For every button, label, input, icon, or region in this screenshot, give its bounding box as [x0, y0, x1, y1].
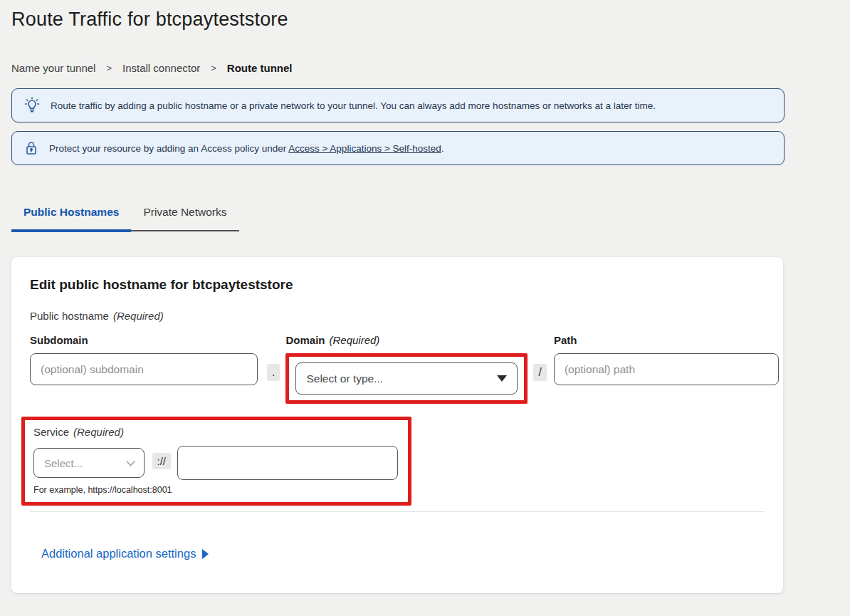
service-url-input[interactable]: [177, 446, 398, 480]
lightbulb-icon: [24, 97, 40, 114]
tip-banner: Route traffic by adding a public hostnam…: [11, 88, 785, 122]
domain-select-value: Select or type...: [306, 372, 383, 385]
required-note: (Required): [113, 310, 164, 322]
hostname-row: Subdomain . Domain(Required) Select or t…: [30, 334, 765, 404]
service-helper-text: For example, https://localhost:8001: [33, 485, 398, 495]
section-divider: [30, 511, 765, 512]
subdomain-label: Subdomain: [30, 334, 258, 346]
access-applications-link[interactable]: Access > Applications > Self-hosted: [288, 143, 441, 154]
breadcrumb-step-name-your-tunnel[interactable]: Name your tunnel: [11, 62, 95, 74]
protocol-separator: ://: [152, 453, 172, 469]
breadcrumb-separator: >: [211, 63, 216, 73]
card-heading: Edit public hostname for btcpayteststore: [30, 277, 765, 293]
service-annotation-box: Service(Required) Select... :// For exam…: [21, 417, 411, 506]
page-title: Route Traffic for btcpayteststore: [11, 9, 783, 31]
domain-select[interactable]: Select or type...: [295, 362, 518, 395]
edit-hostname-card: Edit public hostname for btcpayteststore…: [11, 257, 783, 593]
tab-public-hostnames[interactable]: Public Hostnames: [11, 206, 131, 230]
access-banner-text: Protect your resource by adding an Acces…: [49, 143, 444, 154]
dot-separator: .: [267, 364, 280, 381]
required-note: (Required): [329, 334, 379, 346]
service-type-select-value: Select...: [44, 457, 83, 469]
additional-settings-label: Additional application settings: [41, 547, 196, 560]
breadcrumb-step-route-tunnel: Route tunnel: [227, 62, 293, 74]
additional-settings-toggle[interactable]: Additional application settings: [41, 547, 209, 560]
tip-banner-text: Route traffic by adding a public hostnam…: [51, 100, 656, 111]
dropdown-arrow-icon: [497, 375, 507, 382]
domain-label: Domain(Required): [285, 334, 528, 346]
lock-icon: [24, 140, 38, 157]
breadcrumb-step-install-connector[interactable]: Install connector: [122, 62, 200, 74]
public-hostname-label: Public hostname: [30, 310, 109, 322]
page-container: Route Traffic for btcpayteststore Name y…: [0, 0, 794, 616]
chevron-down-icon: [126, 457, 135, 466]
service-type-select[interactable]: Select...: [33, 448, 145, 478]
required-note: (Required): [73, 426, 124, 438]
domain-field-group: Domain(Required) Select or type...: [285, 334, 528, 404]
service-controls: Select... ://: [33, 446, 398, 480]
domain-annotation-box: Select or type...: [285, 353, 528, 404]
access-banner-prefix: Protect your resource by adding an Acces…: [49, 143, 288, 154]
tab-bar: Public Hostnames Private Networks: [11, 206, 239, 231]
service-section-label: Service(Required): [33, 426, 398, 438]
subdomain-field-group: Subdomain: [30, 334, 258, 385]
domain-label-text: Domain: [285, 334, 325, 346]
public-hostname-section-label: Public hostname(Required): [30, 310, 765, 322]
subdomain-input[interactable]: [30, 353, 258, 385]
slash-separator: /: [533, 364, 546, 381]
path-field-group: Path: [554, 334, 779, 385]
tab-private-networks[interactable]: Private Networks: [131, 206, 238, 230]
chevron-right-icon: [202, 549, 209, 559]
breadcrumb-separator: >: [106, 63, 112, 73]
access-banner: Protect your resource by adding an Acces…: [11, 131, 785, 165]
path-label: Path: [554, 334, 779, 346]
path-input[interactable]: [554, 353, 779, 385]
service-label-text: Service: [33, 426, 69, 438]
access-banner-suffix: .: [441, 143, 444, 154]
breadcrumb: Name your tunnel > Install connector > R…: [11, 62, 783, 74]
